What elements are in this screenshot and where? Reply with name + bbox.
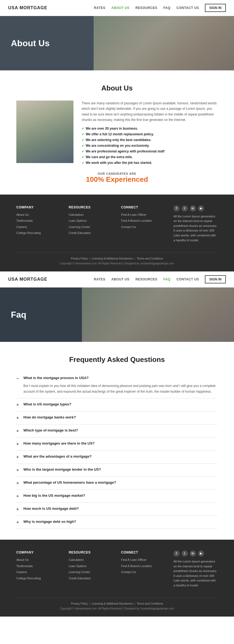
facebook-icon[interactable]: f: [174, 205, 180, 211]
faq-toggle-3: +: [16, 429, 21, 433]
about-checklist: We are over 20 years in business. We off…: [82, 127, 218, 165]
footer-columns: COMPANY About Us Testimonials Careers Co…: [16, 205, 218, 244]
faq-youtube-icon[interactable]: ▶: [198, 551, 204, 557]
faq-item-header-1[interactable]: + What is US mortgage types?: [16, 402, 218, 407]
footer-link-about[interactable]: About Us: [16, 212, 61, 217]
signin-button[interactable]: SIGN IN: [205, 4, 226, 12]
hero-faq: Faq: [0, 287, 234, 342]
faq-item-header-0[interactable]: − What is the mortgage process in USA?: [16, 376, 218, 381]
logo: USA MORTGAGE: [8, 5, 47, 10]
footer-link-testimonials[interactable]: Testimonials: [16, 218, 61, 223]
candidates-label: OUR CANDIDATES ARE: [16, 172, 218, 175]
faq-item-header-8[interactable]: + How big is the US mortgage market?: [16, 493, 218, 499]
footer-faq-officer[interactable]: Find A Loan Officer: [121, 558, 165, 562]
faq-item-header-6[interactable]: + Who is the largest mortgage lender in …: [16, 467, 218, 473]
faq-item-header-5[interactable]: + What are the advantages of a mortgage?: [16, 454, 218, 459]
faq-question-10: Why is mortgage debt so high?: [23, 520, 76, 524]
footer-link-officer[interactable]: Find A Loan Officer: [121, 212, 165, 217]
footer-about: COMPANY About Us Testimonials Careers Co…: [0, 195, 234, 272]
footer-link-calculators[interactable]: Calculators: [69, 212, 113, 217]
footer-faq-privacy[interactable]: Privacy Policy: [71, 602, 88, 605]
faq-toggle-2: +: [16, 415, 21, 420]
youtube-icon[interactable]: ▶: [198, 205, 204, 211]
footer-link-branch[interactable]: Find A Branch Location: [121, 218, 165, 223]
footer-privacy[interactable]: Privacy Policy: [71, 257, 88, 260]
footer-faq-testimonials[interactable]: Testimonials: [16, 564, 61, 569]
faq-twitter-icon[interactable]: t: [182, 551, 188, 557]
main-nav-faq: RATES ABOUT US RESOURCES FAQ CONTACT US …: [94, 275, 226, 283]
footer-faq-credit[interactable]: Credit Education: [69, 576, 113, 581]
faq-toggle-6: +: [16, 468, 21, 473]
checklist-item: We offer a full 12 month replacement pol…: [82, 132, 218, 136]
faq-item-header-7[interactable]: + What percentage of US homeowners have …: [16, 480, 218, 486]
footer-faq-company-col: COMPANY About Us Testimonials Careers Co…: [16, 551, 61, 589]
faq-section-title: Frequently Asked Questions: [16, 355, 218, 364]
faq-item-header-9[interactable]: + How much is US mortgage debt?: [16, 507, 218, 512]
nav-faq-rates[interactable]: RATES: [94, 277, 105, 281]
faq-question-0: What is the mortgage process in USA?: [23, 376, 89, 380]
faq-answer-0: But I must explain to you how all this m…: [16, 383, 218, 394]
nav-faq-contact[interactable]: CONTACT US: [177, 277, 199, 281]
about-text-column: There are many variations of passages of…: [82, 101, 218, 167]
faq-item-5: + What are the advantages of a mortgage?: [16, 451, 218, 464]
footer-faq-learning[interactable]: Learning Center: [69, 570, 113, 575]
faq-item-header-4[interactable]: + How many mortgages are there in the US…: [16, 441, 218, 446]
footer-link-college[interactable]: College Recruiting: [16, 231, 61, 236]
footer-faq-terms[interactable]: Terms and Conditions: [137, 602, 163, 605]
footer-faq-resources-heading: RESOURCES: [69, 551, 113, 554]
faq-facebook-icon[interactable]: f: [174, 551, 180, 557]
checklist-item: We are over 20 years in business.: [82, 127, 218, 130]
nav-resources[interactable]: RESOURCES: [136, 6, 158, 10]
faq-question-3: Which type of mortgage is best?: [23, 428, 78, 432]
faq-item-10: + Why is mortgage debt so high?: [16, 516, 218, 529]
header-faq: USA MORTGAGE RATES ABOUT US RESOURCES FA…: [0, 271, 234, 287]
footer-faq-college[interactable]: College Recruiting: [16, 576, 61, 581]
candidates-value: 100% Experienced: [16, 175, 218, 184]
instagram-icon[interactable]: in: [190, 205, 196, 211]
footer-link-loan-options[interactable]: Loan Options: [69, 218, 113, 223]
faq-item-7: + What percentage of US homeowners have …: [16, 477, 218, 490]
footer-faq-connect-heading: CONNECT: [121, 551, 165, 554]
signin-button-faq[interactable]: SIGN IN: [205, 275, 226, 283]
footer-faq-calculators[interactable]: Calculators: [69, 558, 113, 562]
footer-terms[interactable]: Terms and Conditions: [137, 257, 163, 260]
footer-link-careers[interactable]: Careers: [16, 225, 61, 230]
nav-faq-faq[interactable]: FAQ: [163, 277, 170, 281]
footer-link-learning[interactable]: Learning Center: [69, 225, 113, 230]
footer-faq-careers[interactable]: Careers: [16, 570, 61, 575]
hero-faq-title: Faq: [11, 310, 26, 320]
faq-item-2: + How do mortgage banks work?: [16, 411, 218, 424]
footer-faq-contact[interactable]: Contact Us: [121, 570, 165, 575]
nav-contact[interactable]: CONTACT US: [177, 6, 199, 10]
footer-faq-copyright: Copyright © domainname.com. All Rights R…: [16, 606, 218, 611]
about-section: About Us There are many variations of pa…: [0, 70, 234, 195]
footer-faq-licensing[interactable]: Licensing & Additional Disclaimers: [92, 602, 133, 605]
footer-link-contact[interactable]: Contact Us: [121, 225, 165, 230]
footer-company-col: COMPANY About Us Testimonials Careers Co…: [16, 205, 61, 244]
faq-item-header-2[interactable]: + How do mortgage banks work?: [16, 415, 218, 420]
footer-faq-loan-options[interactable]: Loan Options: [69, 564, 113, 569]
footer-licensing[interactable]: Licensing & Additional Disclaimers: [92, 257, 133, 260]
faq-item-9: + How much is US mortgage debt?: [16, 503, 218, 516]
about-image: [16, 101, 73, 163]
faq-instagram-icon[interactable]: in: [190, 551, 196, 557]
faq-item-header-10[interactable]: + Why is mortgage debt so high?: [16, 520, 218, 525]
about-content: There are many variations of passages of…: [16, 101, 218, 167]
nav-faq-about[interactable]: ABOUT US: [111, 277, 130, 281]
footer-faq-resources-col: RESOURCES Calculators Loan Options Learn…: [69, 551, 113, 589]
nav-faq-resources[interactable]: RESOURCES: [136, 277, 158, 281]
logo-faq: USA MORTGAGE: [8, 277, 47, 282]
checklist-item: We are selecting only the best candidate…: [82, 138, 218, 142]
footer-social-col: f t in ▶ All the Lorem Ipsum generators …: [174, 205, 218, 244]
nav-about[interactable]: ABOUT US: [111, 6, 130, 10]
twitter-icon[interactable]: t: [182, 205, 188, 211]
main-nav: RATES ABOUT US RESOURCES FAQ CONTACT US …: [94, 4, 226, 12]
nav-rates[interactable]: RATES: [94, 6, 105, 10]
footer-link-credit[interactable]: Credit Education: [69, 231, 113, 236]
footer-faq-branch[interactable]: Find A Branch Location: [121, 564, 165, 569]
faq-item-header-3[interactable]: + Which type of mortgage is best?: [16, 428, 218, 433]
hero-about: About Us: [0, 16, 234, 70]
footer-faq-about[interactable]: About Us: [16, 558, 61, 562]
nav-faq[interactable]: FAQ: [163, 6, 170, 10]
faq-item-3: + Which type of mortgage is best?: [16, 424, 218, 437]
